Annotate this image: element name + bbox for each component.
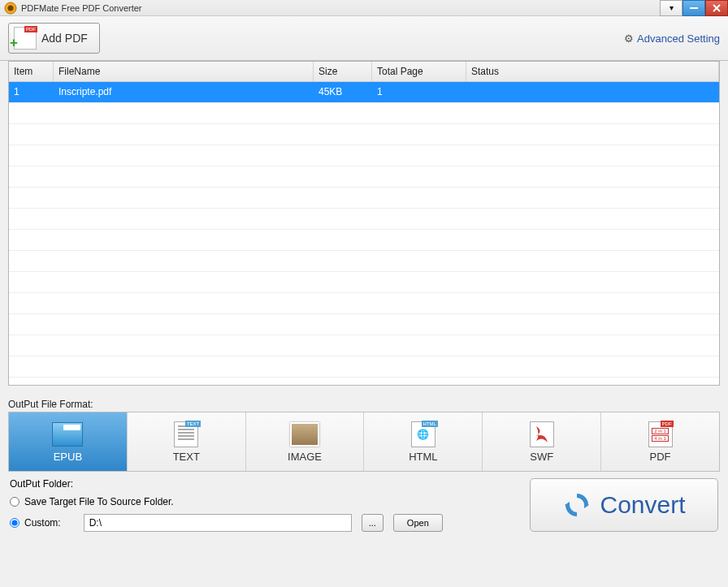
convert-icon (562, 490, 592, 520)
cell-size: 45KB (314, 82, 372, 102)
output-format-label: OutPut File Format: (0, 394, 728, 412)
close-button[interactable] (705, 0, 728, 16)
swf-icon (526, 421, 557, 448)
advanced-label: Advanced Setting (637, 32, 720, 45)
path-input[interactable] (84, 514, 352, 532)
image-icon (289, 421, 320, 448)
html-icon (408, 421, 439, 448)
titlebar: PDFMate Free PDF Converter ▾ (0, 0, 728, 16)
file-table: Item FileName Size Total Page Status 1 I… (8, 61, 720, 386)
table-header: Item FileName Size Total Page Status (9, 62, 719, 82)
format-epub[interactable]: EPUB (9, 412, 128, 471)
app-title: PDFMate Free PDF Converter (21, 3, 660, 13)
format-image[interactable]: IMAGE (246, 412, 365, 471)
header-size[interactable]: Size (314, 62, 372, 81)
open-button[interactable]: Open (393, 514, 443, 532)
epub-icon (52, 421, 83, 448)
cell-totalpage: 1 (372, 82, 466, 102)
radio-custom[interactable] (10, 518, 20, 528)
custom-label: Custom: (24, 517, 61, 529)
browse-button[interactable]: ... (362, 514, 384, 532)
header-filename[interactable]: FileName (54, 62, 314, 81)
plus-icon: + (10, 35, 18, 51)
toolbar: + Add PDF ⚙ Advanced Setting (0, 16, 728, 61)
header-status[interactable]: Status (466, 62, 719, 81)
format-pdf[interactable]: 2 in 14 in 1 PDF (601, 412, 719, 471)
cell-filename: Inscripte.pdf (54, 82, 314, 102)
advanced-setting-link[interactable]: ⚙ Advanced Setting (624, 32, 720, 45)
header-totalpage[interactable]: Total Page (372, 62, 466, 81)
app-icon (4, 2, 17, 15)
format-text[interactable]: TEXT (128, 412, 246, 471)
table-body: 1 Inscripte.pdf 45KB 1 (9, 82, 719, 385)
pdf-icon: 2 in 14 in 1 (645, 421, 676, 448)
save-to-source-label: Save Target File To Source Folder. (24, 496, 174, 507)
output-folder-label: OutPut Folder: (10, 478, 518, 490)
format-swf[interactable]: SWF (483, 412, 601, 471)
format-html[interactable]: HTML (364, 412, 483, 471)
pdf-icon: + (14, 27, 37, 50)
cell-item: 1 (9, 82, 54, 102)
gear-icon: ⚙ (624, 32, 634, 45)
text-icon (171, 421, 202, 448)
format-selector: EPUB TEXT IMAGE HTML SWF 2 in 14 in 1 PD… (8, 412, 720, 472)
add-pdf-label: Add PDF (41, 32, 88, 45)
cell-status (466, 82, 719, 102)
header-item[interactable]: Item (9, 62, 54, 81)
convert-label: Convert (600, 491, 685, 519)
convert-button[interactable]: Convert (530, 478, 718, 532)
radio-save-to-source[interactable] (10, 497, 20, 507)
svg-rect-2 (690, 7, 698, 9)
table-row[interactable]: 1 Inscripte.pdf 45KB 1 (9, 82, 719, 103)
dropdown-button[interactable]: ▾ (660, 0, 682, 16)
add-pdf-button[interactable]: + Add PDF (8, 23, 100, 54)
svg-point-1 (8, 5, 14, 11)
minimize-button[interactable] (682, 0, 705, 16)
